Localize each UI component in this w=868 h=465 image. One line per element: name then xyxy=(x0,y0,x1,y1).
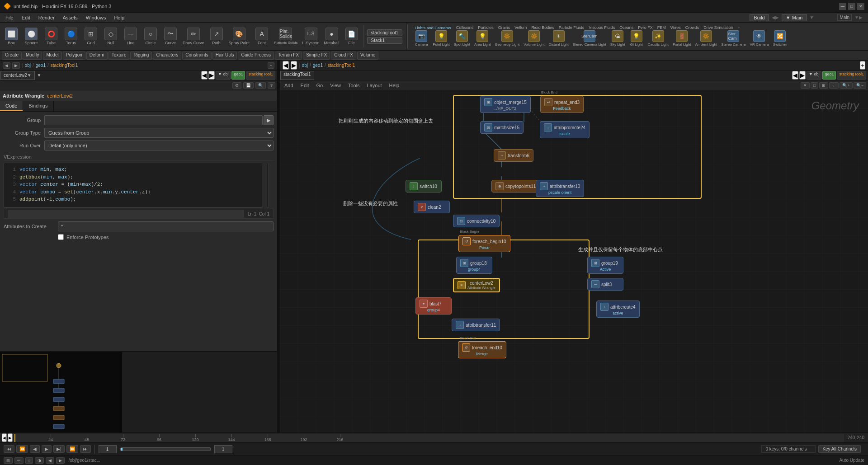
node-connectivity10[interactable]: ⊡ connectivity10 xyxy=(453,215,500,227)
minimize-button[interactable]: — xyxy=(839,3,846,10)
path-geo1[interactable]: geo1 xyxy=(36,63,46,68)
tool-metaball[interactable]: ● Metaball xyxy=(322,23,341,49)
main-workspace[interactable]: ▼ Main xyxy=(782,14,807,21)
node-attribtransfer11[interactable]: → attribtransfer11 xyxy=(452,319,500,331)
hair-utils-btn[interactable]: Hair Utils xyxy=(212,52,237,60)
net-icon1[interactable]: ✕ xyxy=(801,82,810,89)
obj-btn[interactable]: ▼ obj xyxy=(216,71,231,80)
tool-vol-light[interactable]: 🔆 Volume Light xyxy=(522,29,546,48)
close-button[interactable]: ✕ xyxy=(857,3,864,10)
node-copytopoints11[interactable]: ⊕ copytopoints11 xyxy=(491,180,540,193)
geo1-btn[interactable]: geo1 xyxy=(231,71,245,80)
node-attribpromote24[interactable]: ↑ attribpromote24 iscale xyxy=(540,121,590,138)
right-path-stacking[interactable]: stackingTool1 xyxy=(328,63,355,68)
tool-spray-paint[interactable]: 🎨 Spray Paint xyxy=(227,23,252,49)
sb-prev[interactable]: ◀ xyxy=(46,457,54,464)
tool-switcher[interactable]: 🔀 Switcher xyxy=(771,29,789,48)
terrain-fx-btn[interactable]: Terrain FX xyxy=(275,52,302,60)
frame-slider[interactable] xyxy=(120,447,211,451)
tool-spot-light[interactable]: 🔦 Spot Light xyxy=(452,29,472,48)
section-oceans[interactable]: Oceans xyxy=(618,25,635,28)
tool-line[interactable]: ─ Line xyxy=(121,23,140,49)
node-transform6[interactable]: ↔ transform6 xyxy=(494,149,533,162)
right-path-geo1[interactable]: geo1 xyxy=(313,63,323,68)
tool-vr-camera[interactable]: 👁 VR Camera xyxy=(748,29,771,48)
net-icon2[interactable]: □ xyxy=(811,82,818,89)
section-wires[interactable]: Wires xyxy=(669,25,683,28)
section-drive[interactable]: Drive Simulation xyxy=(702,25,735,28)
sb-next[interactable]: ▶ xyxy=(56,457,65,464)
tool-draw-curve[interactable]: ✏ Draw Curve xyxy=(181,23,206,49)
section-vellum[interactable]: Vellum xyxy=(513,25,528,28)
node-attribcreate4[interactable]: + attribcreate4 active xyxy=(596,301,640,318)
node-centerlow2[interactable]: ≡ centerLow2 Attribute Wrangle xyxy=(453,278,500,292)
sb-btn3[interactable]: ○ xyxy=(25,457,33,464)
rigging-btn[interactable]: Rigging xyxy=(130,52,152,60)
stacking-tab2[interactable]: Stack1 xyxy=(367,37,403,44)
save-btn[interactable]: 💾 xyxy=(243,82,254,89)
tool-ambient-light[interactable]: 🔆 Ambient Light xyxy=(693,29,719,48)
transport-to-start[interactable]: ⏮ xyxy=(4,445,14,453)
tool-geo-light[interactable]: 🔆 Geometry Light xyxy=(493,29,521,48)
net-help[interactable]: Help xyxy=(387,82,402,89)
tool-font[interactable]: A Font xyxy=(252,23,271,49)
menu-render[interactable]: Render xyxy=(35,14,58,21)
right-obj-btn[interactable]: ▼ obj xyxy=(807,71,821,80)
forward-btn-left[interactable]: ▶ xyxy=(208,71,215,80)
polygon-btn[interactable]: Polygon xyxy=(63,52,85,60)
tool-point-light[interactable]: 💡 Point Light xyxy=(431,29,452,48)
net-edit[interactable]: Edit xyxy=(298,82,312,89)
tool-sphere[interactable]: ⚪ Sphere xyxy=(22,23,41,49)
group-arrow-btn[interactable]: ▶ xyxy=(264,115,274,125)
tool-gi-light[interactable]: 💡 GI Light xyxy=(627,29,646,48)
sb-btn2[interactable]: ↩ xyxy=(14,457,24,464)
tab-bindings[interactable]: Bindings xyxy=(23,101,53,111)
node-split3[interactable]: ⊸ split3 xyxy=(587,278,623,291)
sb-btn4[interactable]: ◑ xyxy=(35,457,44,464)
node-matchsize15[interactable]: ⊡ matchsize15 xyxy=(480,121,524,134)
back-btn-left[interactable]: ◀ xyxy=(201,71,208,80)
search-btn[interactable]: 🔍 xyxy=(255,82,266,89)
section-grains[interactable]: Grains xyxy=(496,25,512,28)
tool-area-light[interactable]: 💡 Area Light xyxy=(472,29,492,48)
right-path-obj[interactable]: obj xyxy=(302,63,308,68)
attrs-create-input[interactable] xyxy=(58,221,274,231)
section-crowds[interactable]: Crowds xyxy=(684,25,701,28)
path-obj[interactable]: obj xyxy=(25,63,31,68)
deform-btn[interactable]: Deform xyxy=(86,52,108,60)
net-zoom-out[interactable]: 🔍− xyxy=(854,82,866,89)
frame-current-input[interactable] xyxy=(214,445,232,453)
transport-to-end[interactable]: ⏭ xyxy=(80,445,91,453)
cloud-fx-btn[interactable]: Cloud FX xyxy=(331,52,356,60)
tab-code[interactable]: Code xyxy=(0,101,23,111)
section-particles[interactable]: Particles xyxy=(476,25,495,28)
menu-windows[interactable]: Windows xyxy=(82,14,110,21)
section-fem[interactable]: FEM xyxy=(656,25,668,28)
network-canvas[interactable]: Geometry 把刚刚生成的内容移动到给定的包围盒上去 删除一些没有必要的属性… xyxy=(280,90,868,432)
section-lights[interactable]: Lights and Cameras xyxy=(412,25,453,28)
run-over-select[interactable]: Detail (only once) Points Primitives xyxy=(44,141,274,150)
code-hscrollbar[interactable] xyxy=(262,163,267,208)
node-switch10[interactable]: ↕ switch10 xyxy=(406,180,442,193)
enforce-checkbox[interactable] xyxy=(58,234,64,240)
build-button[interactable]: Build xyxy=(750,14,769,21)
nav-forward[interactable]: ▶ xyxy=(12,62,20,69)
right-nav-back[interactable]: ◀ xyxy=(283,61,289,70)
tool-torus[interactable]: 🔵 Torus xyxy=(61,23,80,49)
node-group19[interactable]: ⊞ group19 Active xyxy=(587,257,623,274)
timeline-ruler[interactable]: 24 48 72 96 120 144 168 192 216 xyxy=(14,434,844,442)
maximize-button[interactable]: □ xyxy=(848,3,855,10)
transport-play[interactable]: ▶ xyxy=(42,445,52,453)
right-nav-fwd[interactable]: ▶ xyxy=(291,61,297,70)
volume-btn[interactable]: Volume xyxy=(357,52,378,60)
tool-tube[interactable]: ⭕ Tube xyxy=(42,23,61,49)
section-rigid[interactable]: Rigid Bodies xyxy=(529,25,556,28)
path-stacking[interactable]: stackingTool1 xyxy=(51,63,78,68)
net-view[interactable]: View xyxy=(327,82,344,89)
tool-grid[interactable]: ⊞ Grid xyxy=(81,23,100,49)
stacking-tab1[interactable]: stackingTool1 xyxy=(367,29,403,36)
key-all-btn[interactable]: Key All Channels xyxy=(818,445,861,453)
net-icon4[interactable]: ⋮ xyxy=(829,82,839,89)
node-foreach-begin10[interactable]: ↺ foreach_begin10 Piece xyxy=(458,235,510,252)
net-go[interactable]: Go xyxy=(314,82,326,89)
